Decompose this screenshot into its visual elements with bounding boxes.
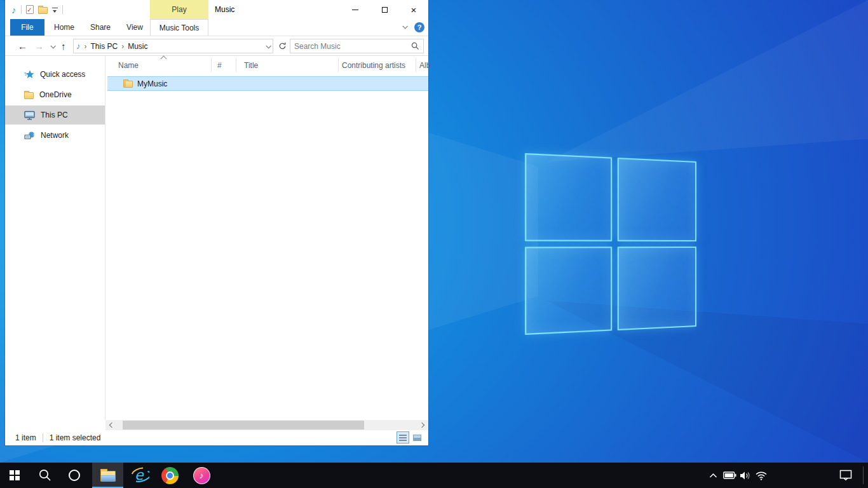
taskbar-search-button[interactable] — [31, 463, 60, 488]
selected-count: 1 item selected — [50, 433, 101, 442]
new-folder-icon[interactable] — [38, 7, 48, 14]
refresh-button[interactable] — [276, 39, 288, 53]
back-button[interactable]: ← — [18, 36, 27, 56]
column-divider[interactable] — [416, 58, 416, 72]
tab-music-tools[interactable]: Music Tools — [150, 19, 208, 36]
ribbon-tab-row: File Home Share View Music Tools ? — [5, 19, 428, 36]
scrollbar-thumb[interactable] — [123, 421, 364, 430]
address-dropdown-icon[interactable] — [266, 43, 271, 48]
title-bar[interactable]: ♪ ✓ Play Music × — [5, 0, 428, 19]
maximize-icon — [382, 7, 388, 13]
column-header-album[interactable]: Alb — [419, 61, 430, 70]
details-view-button[interactable] — [397, 431, 409, 444]
horizontal-scrollbar-row — [5, 420, 428, 430]
scroll-right-button[interactable] — [417, 420, 428, 430]
this-pc-monitor-icon — [24, 111, 35, 120]
action-center-button[interactable] — [836, 463, 855, 488]
windows-logo-pane — [525, 247, 612, 335]
speaker-icon — [740, 471, 751, 480]
start-button[interactable] — [0, 463, 29, 488]
breadcrumb-chevron-icon[interactable]: › — [83, 42, 88, 51]
file-name: MyMusic — [137, 79, 167, 88]
search-box[interactable] — [290, 39, 424, 53]
window-title: Music — [215, 0, 234, 19]
address-bar[interactable]: ♪ › This PC › Music — [73, 39, 273, 53]
breadcrumb-this-pc[interactable]: This PC — [91, 42, 118, 51]
sidebar-item-network[interactable]: Network — [5, 126, 105, 145]
wifi-icon — [755, 471, 768, 480]
separator — [43, 433, 43, 442]
quick-access-toolbar: ♪ ✓ — [11, 0, 63, 19]
column-headers: Name # Title Contributing artists Alb — [105, 56, 428, 75]
customize-toolbar-dropdown-icon[interactable] — [52, 8, 58, 13]
tab-home[interactable]: Home — [50, 19, 79, 36]
file-explorer-icon — [100, 471, 116, 482]
scroll-left-button[interactable] — [105, 420, 116, 430]
tab-file[interactable]: File — [10, 19, 44, 36]
column-divider[interactable] — [236, 58, 236, 72]
sidebar-item-this-pc[interactable]: This PC — [5, 105, 105, 125]
column-header-title[interactable]: Title — [244, 61, 258, 70]
windows-logo-pane — [525, 153, 612, 241]
search-icon — [411, 42, 419, 50]
search-input[interactable] — [294, 42, 411, 51]
windows-logo — [525, 153, 696, 335]
maximize-button[interactable] — [370, 0, 399, 19]
properties-icon[interactable]: ✓ — [26, 5, 34, 14]
sidebar-item-label: OneDrive — [39, 90, 72, 99]
show-desktop-button[interactable] — [863, 466, 864, 484]
sort-ascending-icon — [161, 56, 167, 62]
thumbnails-view-button[interactable] — [410, 431, 423, 444]
column-divider[interactable] — [211, 58, 212, 72]
network-icon — [24, 131, 35, 140]
refresh-icon — [278, 42, 287, 50]
tab-view[interactable]: View — [121, 19, 149, 36]
taskbar: e ♪ — [0, 463, 868, 488]
chrome-icon — [161, 467, 179, 484]
collapse-ribbon-icon[interactable] — [402, 24, 407, 29]
cortana-button[interactable] — [60, 463, 89, 488]
show-hidden-icons-button[interactable] — [707, 463, 719, 488]
sidebar-item-quick-access[interactable]: Quick access — [5, 65, 105, 84]
chevron-up-icon — [709, 473, 717, 478]
taskbar-file-explorer-button[interactable] — [92, 463, 123, 488]
internet-explorer-icon: e — [130, 466, 149, 485]
up-button[interactable]: ↑ — [61, 36, 66, 56]
taskbar-internet-explorer-button[interactable]: e — [125, 463, 154, 488]
close-button[interactable]: × — [399, 0, 428, 19]
search-icon — [37, 468, 53, 483]
windows-logo-pane — [618, 247, 696, 330]
taskbar-chrome-button[interactable] — [155, 463, 184, 488]
battery-status-button[interactable] — [721, 463, 738, 488]
battery-icon — [723, 471, 736, 479]
view-toggle-buttons — [397, 431, 423, 444]
main-content: Quick access OneDrive This PC — [5, 56, 428, 420]
action-center-icon — [839, 470, 852, 481]
volume-button[interactable] — [738, 463, 753, 488]
details-view-icon — [399, 435, 407, 441]
wifi-button[interactable] — [753, 463, 770, 488]
music-note-icon: ♪ — [11, 5, 17, 15]
horizontal-scrollbar[interactable] — [105, 420, 428, 430]
forward-button[interactable]: → — [34, 36, 44, 56]
minimize-icon — [352, 10, 358, 10]
help-button[interactable]: ? — [414, 22, 424, 32]
column-header-number[interactable]: # — [217, 61, 222, 70]
close-icon: × — [411, 5, 417, 15]
column-divider[interactable] — [338, 58, 339, 72]
sidebar-item-onedrive[interactable]: OneDrive — [5, 85, 105, 104]
breadcrumb-music[interactable]: Music — [128, 42, 147, 51]
sidebar-item-label: Quick access — [40, 70, 85, 79]
recent-locations-icon[interactable] — [50, 43, 55, 48]
minimize-button[interactable] — [341, 0, 370, 19]
taskbar-itunes-button[interactable]: ♪ — [187, 463, 216, 488]
column-header-contributing-artists[interactable]: Contributing artists — [342, 61, 405, 70]
column-header-name[interactable]: Name — [118, 61, 139, 70]
location-music-icon: ♪ — [76, 42, 81, 50]
chevron-right-icon — [419, 423, 424, 428]
contextual-tab-group-play[interactable]: Play — [150, 0, 208, 19]
separator — [62, 5, 63, 14]
tab-share[interactable]: Share — [84, 19, 117, 36]
breadcrumb-chevron-icon[interactable]: › — [120, 42, 125, 51]
file-row-mymusic[interactable]: MyMusic — [107, 76, 428, 91]
